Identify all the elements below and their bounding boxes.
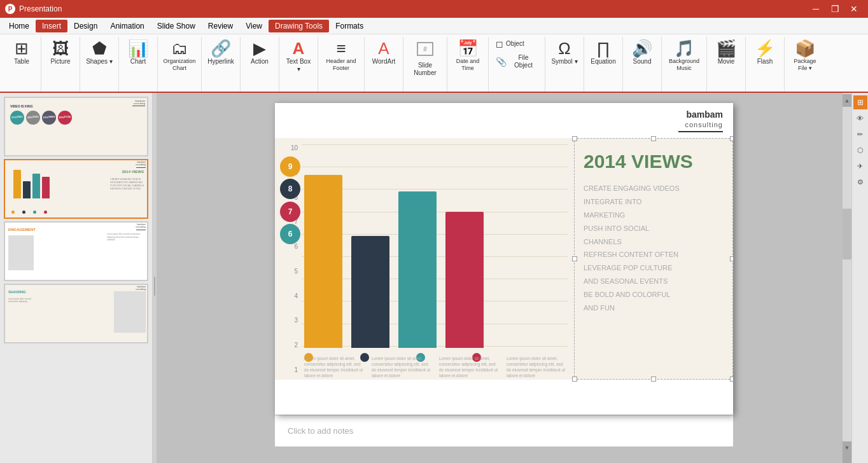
sidebar-btn-6[interactable]: ⚙ [853,175,867,189]
close-button[interactable]: ✕ [845,3,863,15]
ribbon-group-chart: 📊 Chart [119,37,158,92]
handle-br[interactable] [730,377,733,382]
action-button[interactable]: ▶ Action [243,37,276,69]
fileobject-button[interactable]: 📎 File Object [491,52,542,72]
ribbon-group-sound: 🔊 Sound [623,37,662,92]
package-icon: 📦 [795,40,815,57]
menu-design[interactable]: Design [67,20,104,32]
chart-icon: 📊 [128,40,148,57]
chart-bars [304,144,568,348]
slide-panel[interactable]: 2 bambamconsulting VIDEO IS KING 67%VIDE… [0,93,153,463]
wordart-button[interactable]: A WordArt [367,37,400,69]
slide-thumb-3[interactable]: 3 bambamconsulting 2014 VIEWS [4,159,148,219]
ribbon-group-hyperlink: 🔗 Hyperlink [202,37,241,92]
menu-formats[interactable]: Formats [329,20,370,32]
slide-header: bambam consulting [275,103,733,138]
package-button[interactable]: 📦 Package File ▾ [787,37,823,75]
handle-tm[interactable] [651,136,656,141]
ribbon-group-headerfooter: ≡ Header and Footer [318,37,365,92]
ribbon-group-textbox: A Text Box ▾ [279,37,318,92]
handle-tl[interactable] [572,136,577,141]
slide-footer [275,380,733,415]
menu-bar: Home Insert Design Animation Slide Show … [0,18,868,34]
menu-home[interactable]: Home [3,20,36,32]
desc-col-1: Lorem ipsum dolor sit amet, consectetur … [304,356,365,378]
handle-tr[interactable] [730,136,733,141]
slide-thumb-4[interactable]: 4 bambamconsulting ENGAGEMENT Lorem ipsu… [4,221,148,281]
bgmusic-button[interactable]: 🎵 Background Music [664,37,704,75]
minimize-button[interactable]: ─ [807,3,825,15]
desc-col-2: Lorem ipsum dolor sit amet, consectetur … [372,356,433,378]
maximize-button[interactable]: ❐ [826,3,844,15]
ribbon-group-shapes: ⬟ Shapes ▾ [80,37,119,92]
window-controls: ─ ❐ ✕ [807,3,863,15]
handle-bl[interactable] [572,377,577,382]
canvas-area: bambam consulting 1 2 3 4 5 6 7 8 [157,93,851,463]
svg-text:#: # [423,46,427,53]
ribbon-group-orgchart: 🗂 Organization Chart [158,37,202,92]
notes-area[interactable]: Click to add notes [275,415,733,446]
sidebar-btn-1[interactable]: ⊞ [853,95,867,109]
datetime-button[interactable]: 📅 Date and Time [450,37,486,75]
shapes-icon: ⬟ [92,40,107,57]
ribbon-group-picture: 🖼 Picture [41,37,80,92]
menu-slideshow[interactable]: Slide Show [151,20,202,32]
bar-1 [304,175,342,348]
bubble-7: 7 [280,202,300,222]
equation-button[interactable]: ∏ Equation [587,37,620,69]
description-row: Lorem ipsum dolor sit amet, consectetur … [304,356,568,378]
slidenumber-icon: # [416,40,434,60]
sound-button[interactable]: 🔊 Sound [626,37,659,69]
handle-mr[interactable] [730,256,733,261]
vertical-scrollbar[interactable]: ▲ ▼ [843,93,851,463]
desc-col-4: Lorem ipsum dolor sit amet, consectetur … [507,356,568,378]
sidebar-btn-3[interactable]: ✏ [853,127,867,141]
action-icon: ▶ [253,40,266,57]
ribbon: ⊞ Table 🖼 Picture ⬟ Shapes ▾ 📊 Chart [0,34,868,93]
sound-icon: 🔊 [632,40,652,57]
slide-thumb-5[interactable]: 5 bambamconsulting SHARING Lorem ipsum d… [4,284,148,343]
wordart-icon: A [378,40,389,57]
textbox-button[interactable]: A Text Box ▾ [282,37,315,76]
picture-button[interactable]: 🖼 Picture [44,37,77,69]
hyperlink-button[interactable]: 🔗 Hyperlink [204,37,237,69]
object-button[interactable]: ◻ Object [491,37,542,51]
text-panel-container: 2014 VIEWS CREATE ENGAGING VIDEOS INTEGR… [574,138,733,380]
desc-col-3: Lorem ipsum dolor sit amet, consectetur … [439,356,500,378]
slide-thumb-2[interactable]: 2 bambamconsulting VIDEO IS KING 67%VIDE… [4,97,148,156]
handle-ml[interactable] [572,256,577,261]
selection-border [574,138,733,380]
symbol-button[interactable]: Ω Symbol ▾ [548,37,581,69]
picture-icon: 🖼 [52,40,69,57]
menu-view[interactable]: View [239,20,269,32]
movie-icon: 🎬 [716,40,736,57]
ribbon-group-bgmusic: 🎵 Background Music [662,37,707,92]
ribbon-group-wordart: A WordArt [365,37,403,92]
headerfooter-button[interactable]: ≡ Header and Footer [321,37,361,75]
chart-button[interactable]: 📊 Chart [122,37,155,69]
sidebar-btn-4[interactable]: ⬡ [853,143,867,157]
symbol-icon: Ω [558,40,570,57]
handle-bm[interactable] [651,377,656,382]
menu-review[interactable]: Review [202,20,239,32]
bar-4 [445,212,484,348]
menu-insert[interactable]: Insert [36,20,67,32]
menu-drawingtools[interactable]: Drawing Tools [269,20,329,32]
shapes-button[interactable]: ⬟ Shapes ▾ [83,37,116,69]
main-area: 2 bambamconsulting VIDEO IS KING 67%VIDE… [0,93,868,463]
flash-button[interactable]: ⚡ Flash [748,37,781,69]
slidenumber-button[interactable]: # Slide Number [406,37,444,80]
slide-canvas[interactable]: bambam consulting 1 2 3 4 5 6 7 8 [275,103,733,415]
sidebar-btn-2[interactable]: 👁 [853,111,867,125]
fileobject-icon: 📎 [496,57,507,66]
right-sidebar: ⊞ 👁 ✏ ⬡ ✈ ⚙ [851,93,868,463]
table-button[interactable]: ⊞ Table [5,37,38,69]
bar-2 [351,236,389,348]
ribbon-group-flash: ⚡ Flash [746,37,785,92]
menu-animation[interactable]: Animation [104,20,150,32]
datetime-icon: 📅 [458,40,478,57]
app-title: Presentation [19,4,807,13]
movie-button[interactable]: 🎬 Movie [710,37,743,69]
orgchart-button[interactable]: 🗂 Organization Chart [160,37,199,75]
sidebar-btn-5[interactable]: ✈ [853,159,867,173]
